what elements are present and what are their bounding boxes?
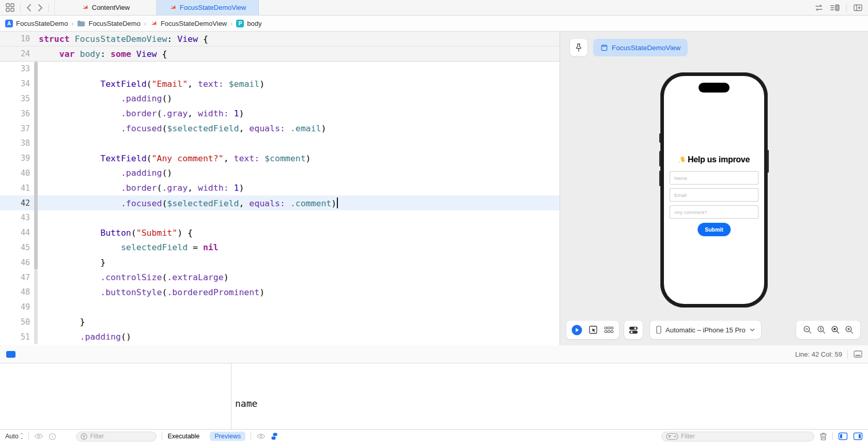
code-line-51[interactable]: 51.padding() <box>0 329 560 344</box>
breadcrumb-project[interactable]: A FocusStateDemo <box>5 20 68 27</box>
code-line-24[interactable]: 24var body: some View { <box>0 47 560 62</box>
clear-console-icon[interactable] <box>819 432 827 441</box>
zoom-fit-icon[interactable] <box>831 325 840 334</box>
window-layout-icon[interactable] <box>5 3 15 12</box>
live-preview-button[interactable] <box>571 325 582 335</box>
preview-comment-field[interactable] <box>670 205 758 219</box>
code-line-45[interactable]: 45selectedField = nil <box>0 240 560 255</box>
hide-code-review-icon[interactable] <box>853 350 863 358</box>
show-variables-view-icon[interactable] <box>838 432 848 440</box>
code-lines: 10struct FocusStateDemoView: View {24var… <box>0 32 560 344</box>
variants-mode-button[interactable] <box>604 326 614 334</box>
line-number[interactable]: 51 <box>0 332 30 342</box>
code-line-49[interactable]: 49 <box>0 300 560 315</box>
console-quicklook-icon[interactable] <box>256 433 266 440</box>
device-selector[interactable]: Automatic – iPhone 15 Pro <box>650 320 761 339</box>
pane-divider[interactable] <box>231 363 231 429</box>
variables-info-icon[interactable] <box>49 433 56 440</box>
line-number[interactable]: 43 <box>0 213 30 222</box>
line-number[interactable]: 35 <box>0 94 30 103</box>
preview-name-field[interactable] <box>670 171 758 185</box>
preview-canvas: FocusStateDemoView Help us improve Submi… <box>560 32 868 345</box>
code-line-43[interactable]: 43 <box>0 210 560 225</box>
selectable-mode-button[interactable] <box>588 325 598 334</box>
editor-options-icon[interactable] <box>830 4 840 12</box>
swap-editors-icon[interactable] <box>814 4 824 12</box>
forward-chevron-icon[interactable] <box>37 4 43 12</box>
code-line-50[interactable]: 50} <box>0 315 560 330</box>
line-number[interactable]: 38 <box>0 139 30 148</box>
breadcrumb-folder[interactable]: FocusStateDemo <box>77 20 140 27</box>
line-number[interactable]: 37 <box>0 124 30 133</box>
variables-quicklook-icon[interactable] <box>34 433 43 440</box>
code-line-40[interactable]: 40.padding() <box>0 166 560 181</box>
code-line-42[interactable]: 42.focused($selectedField, equals: .comm… <box>0 195 560 210</box>
code-line-37[interactable]: 37.focused($selectedField, equals: .emai… <box>0 121 560 136</box>
zoom-out-icon[interactable] <box>803 325 812 334</box>
view-hierarchy-icon[interactable] <box>271 432 278 440</box>
line-number[interactable]: 36 <box>0 109 30 118</box>
line-number[interactable]: 49 <box>0 302 30 312</box>
volume-up-button <box>659 151 661 166</box>
debug-area: name email comment No field is selected <box>0 363 868 429</box>
zoom-100-icon[interactable] <box>817 325 826 334</box>
pin-preview-button[interactable] <box>570 39 587 56</box>
focus-ribbon[interactable] <box>34 270 38 344</box>
code-line-46[interactable]: 46} <box>0 255 560 270</box>
line-number[interactable]: 47 <box>0 273 30 282</box>
zoom-in-icon[interactable] <box>845 325 854 334</box>
code-line-41[interactable]: 41.border(.gray, width: 1) <box>0 180 560 195</box>
code-line-34[interactable]: 34TextField("Email", text: $email) <box>0 77 560 91</box>
previews-scope[interactable]: Previews <box>210 432 245 441</box>
tab-focusstatedemoview[interactable]: FocusStateDemoView <box>157 0 259 15</box>
line-number[interactable]: 34 <box>0 79 30 88</box>
filter-menu-icon <box>666 433 678 440</box>
code-line-35[interactable]: 35.padding() <box>0 91 560 106</box>
preview-submit-button[interactable]: Submit <box>698 223 731 236</box>
line-number[interactable]: 44 <box>0 228 30 237</box>
line-number[interactable]: 50 <box>0 317 30 327</box>
console-filter-field[interactable] <box>661 432 814 441</box>
console-output[interactable]: name email comment No field is selected <box>235 365 868 429</box>
code-line-36[interactable]: 36.border(.gray, width: 1) <box>0 106 560 121</box>
code-text: .buttonStyle(.borderedProminent) <box>39 287 265 297</box>
code-line-39[interactable]: 39TextField("Any comment?", text: $comme… <box>0 151 560 166</box>
line-number[interactable]: 39 <box>0 154 30 163</box>
code-line-10[interactable]: 10struct FocusStateDemoView: View { <box>0 32 560 47</box>
line-number[interactable]: 33 <box>0 64 30 73</box>
preview-email-field[interactable] <box>670 188 758 202</box>
code-line-33[interactable]: 33 <box>0 62 560 77</box>
line-number[interactable]: 24 <box>0 49 30 58</box>
executable-scope[interactable]: Executable <box>167 433 199 440</box>
variables-scope-selector[interactable]: Auto ⌃⌄ <box>5 433 23 440</box>
line-number[interactable]: 40 <box>0 169 30 178</box>
back-chevron-icon[interactable] <box>26 4 32 12</box>
code-text: .padding() <box>39 94 172 103</box>
line-number[interactable]: 45 <box>0 243 30 252</box>
preview-device-icon <box>600 44 608 52</box>
breadcrumb-symbol[interactable]: P body <box>236 20 261 27</box>
divider <box>846 4 847 12</box>
change-marker[interactable] <box>6 351 16 358</box>
code-line-48[interactable]: 48.buttonStyle(.borderedProminent) <box>0 285 560 300</box>
source-editor[interactable]: 10struct FocusStateDemoView: View {24var… <box>0 32 560 345</box>
line-number[interactable]: 41 <box>0 184 30 193</box>
line-number[interactable]: 10 <box>0 34 30 43</box>
tab-contentview[interactable]: ContentView <box>54 0 157 15</box>
code-line-38[interactable]: 38 <box>0 136 560 151</box>
focus-ribbon[interactable] <box>34 62 38 270</box>
code-text: .padding() <box>39 168 172 178</box>
variables-filter-field[interactable] <box>76 432 157 441</box>
line-number[interactable]: 46 <box>0 258 30 267</box>
pinned-preview-tab[interactable]: FocusStateDemoView <box>593 39 688 56</box>
line-number[interactable]: 48 <box>0 287 30 297</box>
breadcrumb-file[interactable]: FocusStateDemoView <box>150 20 227 27</box>
code-line-47[interactable]: 47.controlSize(.extraLarge) <box>0 270 560 285</box>
add-editor-icon[interactable] <box>853 4 863 12</box>
show-console-view-icon[interactable] <box>853 432 863 440</box>
device-settings-button[interactable] <box>624 320 643 339</box>
code-line-44[interactable]: 44Button("Submit") { <box>0 225 560 240</box>
code-text: .border(.gray, width: 1) <box>39 183 244 193</box>
line-number[interactable]: 42 <box>0 198 30 208</box>
breadcrumb-separator: › <box>71 20 73 27</box>
